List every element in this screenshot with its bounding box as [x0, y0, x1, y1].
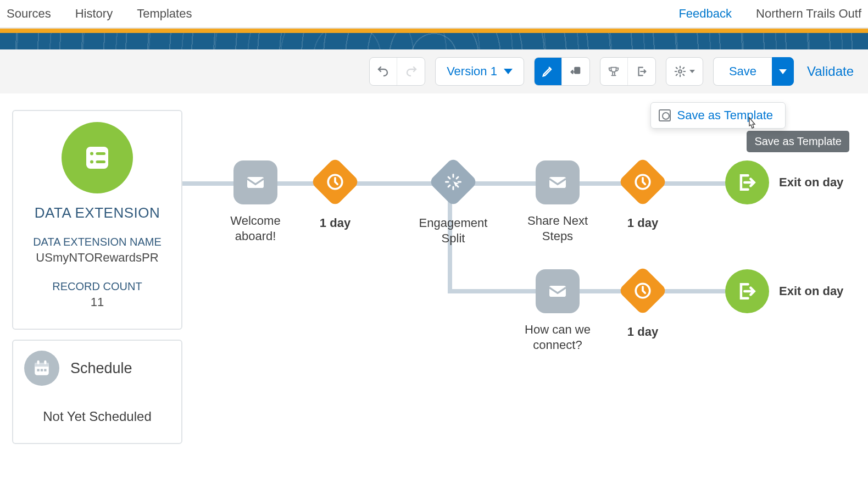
entry-count-label: RECORD COUNT	[24, 280, 170, 293]
node-exit-2[interactable]: Exit on day	[725, 269, 843, 313]
clock-icon	[633, 281, 652, 300]
svg-rect-14	[247, 177, 264, 188]
svg-rect-6	[96, 160, 106, 163]
svg-rect-18	[549, 286, 566, 297]
undo-icon	[377, 65, 390, 78]
redo-icon	[404, 65, 418, 78]
clock-icon	[633, 173, 652, 191]
node-engagement-split[interactable]: Engagement Split	[407, 157, 500, 246]
data-extension-icon	[62, 122, 133, 193]
redo-button[interactable]	[397, 58, 425, 85]
accent-band-blue	[0, 33, 868, 49]
caret-down-icon	[504, 69, 513, 74]
click-icon	[443, 172, 463, 192]
email-icon	[547, 171, 569, 193]
accent-band-orange	[0, 29, 868, 33]
svg-point-5	[90, 160, 93, 164]
top-nav: Sources History Templates Feedback North…	[0, 0, 868, 29]
node-label: Welcome aboard!	[212, 213, 299, 243]
exit-icon	[636, 65, 648, 77]
toolbar: Version 1 Save Validate	[0, 49, 868, 93]
node-label: Share Next Steps	[514, 213, 602, 243]
email-icon	[244, 171, 266, 193]
save-split-button: Save	[713, 57, 794, 86]
svg-rect-10	[44, 361, 46, 364]
svg-rect-11	[37, 369, 40, 371]
nav-sources[interactable]: Sources	[7, 7, 51, 21]
svg-rect-2	[86, 147, 108, 169]
node-label: Exit on day	[779, 175, 843, 190]
svg-rect-16	[549, 177, 566, 188]
gear-icon	[674, 65, 686, 77]
entry-source-card[interactable]: DATA EXTENSION DATA EXTENSION NAME USmyN…	[12, 110, 182, 330]
goal-button[interactable]	[600, 58, 628, 85]
schedule-card[interactable]: Schedule Not Yet Scheduled	[12, 340, 182, 444]
svg-rect-12	[41, 369, 43, 371]
svg-rect-4	[96, 152, 106, 155]
nav-templates[interactable]: Templates	[137, 7, 192, 21]
node-email-share[interactable]: Share Next Steps	[514, 160, 602, 243]
svg-rect-8	[35, 363, 49, 367]
undo-button[interactable]	[370, 58, 397, 85]
edit-button[interactable]	[535, 58, 562, 85]
exit-arrow-icon	[737, 172, 758, 193]
save-as-template-menu-item[interactable]: Save as Template	[650, 102, 786, 129]
save-button[interactable]: Save	[713, 57, 772, 86]
undo-redo-group	[369, 57, 425, 86]
template-icon	[659, 109, 671, 121]
entry-title: DATA EXTENSION	[24, 204, 170, 221]
caret-down-icon	[779, 69, 787, 74]
edit-mode-group	[534, 57, 590, 86]
node-label: 1 day	[618, 324, 667, 340]
schedule-title: Schedule	[70, 360, 132, 377]
node-email-how[interactable]: How can we connect?	[514, 269, 602, 352]
settings-button[interactable]	[666, 58, 703, 85]
version-label: Version 1	[447, 64, 497, 79]
copy-button[interactable]	[562, 58, 589, 85]
cursor-pointer-icon	[746, 117, 758, 131]
svg-point-1	[678, 70, 682, 73]
nav-history[interactable]: History	[75, 7, 113, 21]
entry-name-label: DATA EXTENSION NAME	[24, 236, 170, 248]
node-label: How can we connect?	[514, 322, 602, 352]
validate-button[interactable]: Validate	[804, 64, 857, 79]
exit-arrow-icon	[737, 281, 758, 302]
connector	[448, 289, 766, 293]
entry-count-value: 11	[24, 295, 170, 309]
node-exit-1[interactable]: Exit on day	[725, 160, 843, 204]
node-label: Exit on day	[779, 284, 843, 299]
org-switcher[interactable]: Northern Trails Outf	[756, 7, 861, 21]
journey-canvas[interactable]: DATA EXTENSION DATA EXTENSION NAME USmyN…	[0, 93, 868, 488]
node-label: Engagement Split	[407, 215, 500, 246]
node-wait-3[interactable]: 1 day	[618, 266, 667, 340]
menu-item-label: Save as Template	[677, 108, 773, 123]
schedule-status: Not Yet Scheduled	[24, 409, 170, 424]
nav-feedback[interactable]: Feedback	[678, 7, 732, 21]
svg-point-3	[90, 152, 93, 156]
svg-rect-9	[37, 361, 40, 364]
entry-name-value: USmyNTORewardsPR	[24, 251, 170, 265]
svg-rect-0	[574, 67, 580, 74]
clock-icon	[326, 173, 344, 191]
node-email-welcome[interactable]: Welcome aboard!	[212, 160, 299, 243]
svg-rect-13	[44, 369, 46, 371]
email-icon	[547, 280, 569, 302]
exit-button[interactable]	[628, 58, 655, 85]
caret-down-icon	[689, 70, 695, 73]
trophy-icon	[608, 65, 620, 77]
node-wait-1[interactable]: 1 day	[310, 157, 360, 231]
calendar-icon	[24, 351, 59, 386]
node-label: 1 day	[310, 215, 360, 231]
tooltip: Save as Template	[747, 131, 849, 152]
node-label: 1 day	[618, 215, 667, 231]
version-dropdown[interactable]: Version 1	[435, 57, 524, 86]
goal-exit-group	[600, 57, 656, 86]
node-wait-2[interactable]: 1 day	[618, 157, 667, 231]
copy-enter-icon	[570, 65, 582, 77]
save-dropdown-toggle[interactable]	[772, 57, 794, 86]
settings-group	[666, 57, 703, 86]
pencil-icon	[542, 65, 554, 77]
